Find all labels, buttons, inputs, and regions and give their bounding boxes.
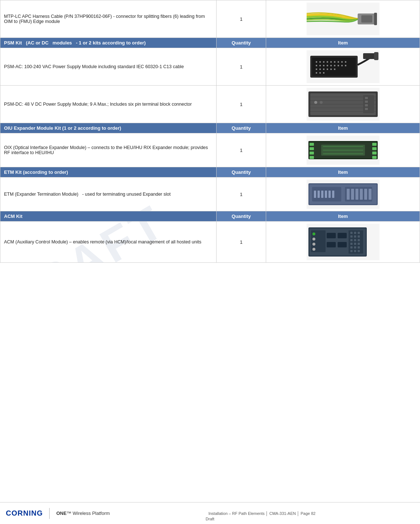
image-cell — [266, 177, 420, 211]
svg-rect-35 — [374, 52, 378, 60]
etm-section-header: ETM Kit (according to order) Quantity It… — [0, 167, 420, 177]
svg-rect-99 — [350, 235, 353, 238]
svg-rect-27 — [323, 69, 324, 70]
footer-branding: CORNING ONE™ Wireless Platform — [6, 508, 110, 519]
quantity-cell: 1 — [217, 0, 266, 38]
image-cell — [266, 0, 420, 38]
svg-rect-46 — [365, 101, 368, 103]
svg-rect-31 — [316, 72, 317, 74]
description-cell: ETM (Expander Termination Module) - used… — [0, 177, 217, 211]
quantity-cell: 1 — [217, 133, 266, 167]
description-cell: PSM-DC: 48 V DC Power Supply Module; 9 A… — [0, 86, 217, 123]
svg-rect-55 — [310, 147, 314, 150]
svg-rect-97 — [354, 232, 356, 234]
svg-rect-30 — [334, 69, 335, 70]
svg-point-50 — [320, 101, 323, 104]
svg-rect-57 — [310, 156, 314, 159]
page-content: DRAFT MTP-LC APC Harness Cable (P/N 37HP… — [0, 0, 420, 416]
svg-rect-7 — [316, 61, 317, 63]
svg-rect-75 — [328, 191, 331, 198]
psm-section-header: PSM Kit (AC or DC modules - 1 or 2 kits … — [0, 38, 420, 48]
svg-rect-24 — [345, 65, 346, 66]
acm-section-header: ACM Kit Quantity Item — [0, 211, 420, 222]
psm-ac-image — [307, 50, 380, 83]
svg-rect-94 — [338, 242, 347, 247]
oiu-section-header: OIU Expander Module Kit (1 or 2 accordin… — [0, 123, 420, 133]
quantity-cell: 1 — [217, 177, 266, 211]
svg-rect-17 — [319, 65, 321, 66]
oiu-header-label: OIU Expander Module Kit (1 or 2 accordin… — [0, 123, 217, 133]
oiu-item-header: Item — [266, 123, 420, 133]
svg-rect-60 — [372, 152, 377, 155]
svg-point-87 — [312, 232, 315, 235]
svg-rect-93 — [327, 242, 336, 247]
image-cell — [266, 48, 420, 86]
etm-image — [307, 180, 380, 209]
svg-rect-72 — [318, 191, 320, 198]
svg-rect-109 — [354, 246, 356, 249]
svg-rect-19 — [327, 65, 328, 66]
svg-rect-8 — [319, 61, 321, 63]
svg-rect-56 — [310, 152, 314, 155]
description-cell: MTP-LC APC Harness Cable (P/N 37HP900162… — [0, 0, 217, 38]
svg-rect-25 — [316, 69, 317, 70]
svg-rect-73 — [321, 191, 323, 198]
svg-rect-32 — [319, 72, 321, 74]
svg-rect-107 — [358, 243, 360, 245]
footer-draft-label: Draft — [206, 517, 214, 521]
svg-rect-92 — [338, 233, 347, 238]
oiu-qty-header: Quantity — [217, 123, 266, 133]
quantity-cell: 1 — [217, 86, 266, 123]
etm-header-label: ETM Kit (according to order) — [0, 167, 217, 177]
description-cell: OIX (Optical Interface Expander Module) … — [0, 133, 217, 167]
description-cell: ACM (Auxiliary Control Module) – enables… — [0, 222, 217, 263]
psm-qty-header: Quantity — [217, 38, 266, 48]
table-row: OIX (Optical Interface Expander Module) … — [0, 133, 420, 167]
svg-point-88 — [312, 238, 315, 241]
svg-point-90 — [312, 248, 315, 251]
svg-rect-106 — [354, 243, 356, 245]
svg-rect-9 — [323, 61, 324, 63]
psm-dc-image — [307, 88, 380, 121]
svg-rect-54 — [310, 143, 314, 146]
acm-header-label: ACM Kit — [0, 211, 217, 222]
svg-rect-100 — [354, 235, 356, 238]
table-row: ETM (Expander Termination Module) - used… — [0, 177, 420, 211]
svg-rect-11 — [330, 61, 332, 63]
svg-rect-18 — [323, 65, 324, 66]
svg-rect-44 — [363, 95, 374, 113]
svg-rect-78 — [351, 189, 354, 200]
image-cell — [266, 86, 420, 123]
svg-rect-108 — [350, 246, 353, 249]
svg-rect-15 — [345, 61, 346, 63]
svg-rect-74 — [325, 191, 327, 198]
svg-rect-28 — [327, 69, 328, 70]
svg-point-49 — [314, 101, 317, 104]
svg-rect-76 — [332, 191, 334, 198]
svg-rect-23 — [341, 65, 343, 66]
svg-rect-77 — [347, 189, 350, 200]
footer-page-info: Installation – RF Path Elements │ CMA-33… — [110, 511, 414, 516]
svg-rect-91 — [327, 233, 336, 238]
svg-rect-33 — [323, 72, 324, 74]
svg-point-89 — [312, 243, 315, 246]
svg-rect-101 — [358, 235, 360, 238]
image-cell — [266, 133, 420, 167]
acm-image — [307, 224, 380, 260]
table-row: PSM-AC: 100-240 VAC Power Supply Module … — [0, 48, 420, 86]
acm-qty-header: Quantity — [217, 211, 266, 222]
psm-item-header: Item — [266, 38, 420, 48]
svg-rect-110 — [358, 246, 360, 249]
svg-rect-103 — [354, 239, 356, 241]
psm-header-label: PSM Kit (AC or DC modules - 1 or 2 kits … — [0, 38, 217, 48]
oix-image — [307, 136, 380, 165]
table-row: MTP-LC APC Harness Cable (P/N 37HP900162… — [0, 0, 420, 38]
quantity-cell: 1 — [217, 48, 266, 86]
svg-rect-20 — [330, 65, 332, 66]
svg-rect-48 — [365, 108, 368, 110]
svg-rect-111 — [350, 250, 353, 252]
svg-rect-58 — [372, 143, 377, 146]
footer-divider — [49, 508, 50, 519]
description-cell: PSM-AC: 100-240 VAC Power Supply Module … — [0, 48, 217, 86]
svg-rect-6 — [312, 58, 356, 76]
